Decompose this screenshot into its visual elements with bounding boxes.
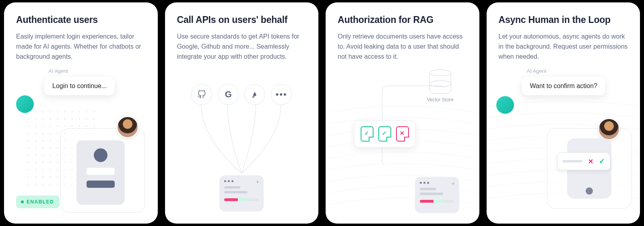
user-avatar [598, 118, 620, 140]
document-allowed-icon: ✓ [378, 126, 391, 142]
chat-bubble: Want to confirm action? [522, 77, 605, 95]
document-denied-icon: ✕ [396, 126, 409, 142]
feature-card-authenticate: Authenticate users Easily implement logi… [4, 2, 158, 224]
connector-lines [177, 105, 306, 177]
card-description: Easily implement login experiences, tail… [16, 32, 146, 62]
user-avatar [117, 116, 138, 138]
documents-box: ✓ ✓ ✕ [354, 120, 416, 148]
feature-card-rag-authorization: Authorization for RAG Only retrieve docu… [326, 2, 479, 224]
agent-avatar-icon [496, 96, 514, 114]
agent-label: AI Agent [48, 68, 68, 74]
google-icon: G [218, 84, 239, 105]
card-title: Call APIs on users' behalf [177, 14, 307, 25]
github-icon [191, 84, 212, 105]
login-form-icon [76, 140, 125, 205]
card-description: Use secure standards to get API tokens f… [177, 32, 307, 62]
reject-icon: ✕ [588, 158, 593, 165]
agent-label: AI Agent [527, 68, 547, 74]
card-illustration: Vector Store ✓ ✓ ✕ ✦ [338, 68, 467, 216]
confirm-action-bar: ✕ ✓ [557, 152, 610, 170]
chat-bubble: Login to continue... [44, 77, 115, 95]
card-illustration: AI Agent Want to confirm action? ✕ ✓ [499, 68, 628, 216]
card-illustration: AI Agent Login to continue... ENABLED [16, 68, 146, 216]
status-badge-enabled: ENABLED [16, 195, 60, 208]
document-allowed-icon: ✓ [361, 126, 374, 142]
card-title: Authenticate users [16, 14, 146, 25]
approve-icon: ✓ [599, 157, 605, 166]
app-window-icon: ✦ [219, 175, 264, 212]
feature-card-call-apis: Call APIs on users' behalf Use secure st… [165, 2, 319, 224]
atlassian-icon [244, 84, 265, 105]
card-illustration: G ••• ✦ [177, 68, 307, 216]
app-window-icon: ✦ [415, 177, 459, 213]
more-icon: ••• [271, 84, 292, 105]
feature-card-async-hitl: Async Human in the Loop Let your autonom… [487, 2, 640, 224]
